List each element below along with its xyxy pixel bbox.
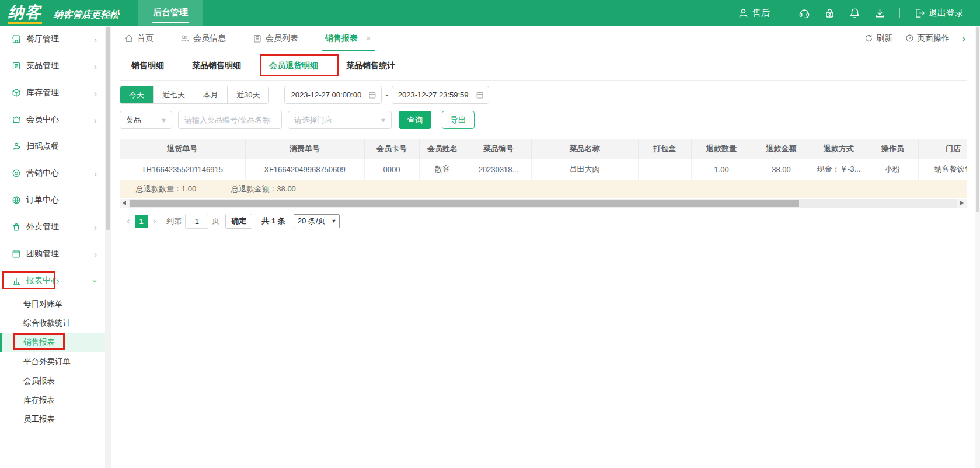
chevron-right-icon: › [94,116,97,124]
sidebar-item-restaurant[interactable]: 餐厅管理 › [0,26,105,53]
query-button[interactable]: 查询 [399,111,431,129]
tab-sales-report[interactable]: 销售报表 × [325,26,371,51]
table-row[interactable]: TH16642355201146915 XF16642049968750609 … [120,159,967,180]
quick-range-7days[interactable]: 近七天 [154,86,194,103]
header-divider [784,8,784,18]
sidebar-item-marketing[interactable]: 营销中心 › [0,160,105,187]
subtab-label: 销售明细 [131,61,164,70]
subtab-label: 菜品销售明细 [192,61,241,70]
logout-button[interactable]: 退出登录 [914,8,964,19]
clipboard-icon [253,34,262,43]
dish-search-input[interactable] [178,111,282,129]
chevron-down-icon: ▼ [380,117,386,124]
sidebar-subitem-platform-takeout[interactable]: 平台外卖订单 [0,352,105,371]
sidebar-subitem-label: 库存报表 [23,395,55,406]
col-dish-code: 菜品编号 [466,139,531,159]
cell-consume-order-no: XF16642049968750609 [245,159,364,180]
sidebar-subitem-daily-bill[interactable]: 每日对账单 [0,294,105,313]
chevron-right-icon: › [94,35,97,44]
tab-member-list[interactable]: 会员列表 [253,26,298,51]
tab-home[interactable]: 首页 [124,26,154,51]
quick-range-month[interactable]: 本月 [194,86,228,103]
store-placeholder: 请选择门店 [294,115,376,125]
calendar-icon [368,91,376,99]
subtab-sales-detail[interactable]: 销售明细 [131,61,164,71]
table-horizontal-scrollbar[interactable] [120,199,967,208]
chevron-right-icon: › [94,89,97,97]
refresh-label: 刷新 [876,33,892,44]
chevron-right-icon[interactable]: › [962,33,965,43]
logout-label: 退出登录 [929,8,964,19]
sidebar-subitem-member-report[interactable]: 会员报表 [0,371,105,390]
lock-icon[interactable] [824,8,835,19]
sidebar-item-label: 外卖管理 [26,222,59,232]
subtab-dish-sales-stats[interactable]: 菜品销售统计 [346,61,395,71]
sidebar-item-members[interactable]: 会员中心 › [0,106,105,133]
scroll-left-arrow[interactable] [120,199,129,208]
tab-label: 会员列表 [266,33,298,44]
sidebar-item-scan-order[interactable]: 扫码点餐 [0,133,105,160]
cell-operator: 小粉 [867,159,918,180]
quick-range-30days[interactable]: 近30天 [228,86,268,103]
sidebar-item-reports[interactable]: 报表中心 › [0,267,105,294]
sidebar-subitem-label: 销售报表 [23,337,55,348]
cell-refund-qty: 1.00 [691,159,752,180]
subtab-label: 会员退货明细 [269,61,318,70]
refresh-button[interactable]: 刷新 [864,33,892,44]
sidebar-subitem-sales-report[interactable]: 销售报表 [0,333,105,352]
qr-scan-icon [12,142,21,151]
page-operations-button[interactable]: 页面操作 [905,33,950,44]
bell-icon[interactable] [849,8,860,19]
horizontal-scrollbar-thumb[interactable] [130,200,799,207]
goto-label: 到第 [166,216,182,226]
total-amount-label: 总退款金额： [231,184,277,193]
sidebar-item-takeout[interactable]: 外卖管理 › [0,214,105,240]
nav-backend-management[interactable]: 后台管理 [138,0,203,26]
page-scrollbar-thumb[interactable] [976,27,979,212]
close-icon[interactable]: × [366,33,371,43]
headset-icon[interactable] [798,7,810,19]
sidebar-item-inventory[interactable]: 库存管理 › [0,79,105,106]
subtab-member-refund-detail[interactable]: 会员退货明细 [269,61,318,71]
cell-refund-method: 现金：￥-3... [811,159,867,180]
export-button[interactable]: 导出 [442,111,475,129]
tab-label: 首页 [137,33,154,44]
cell-dish-name: 吕田大肉 [531,159,638,180]
after-sales-button[interactable]: 售后 [738,8,770,19]
page-number-button[interactable]: 1 [135,215,148,228]
col-refund-order-no: 退货单号 [120,139,245,159]
subtab-dish-sales-detail[interactable]: 菜品销售明细 [192,61,241,71]
sidebar-subitem-label: 每日对账单 [23,299,63,309]
sidebar-subitem-label: 综合收款统计 [23,318,71,329]
sidebar-subitem-staff-report[interactable]: 员工报表 [0,410,105,429]
scroll-right-arrow[interactable] [957,199,967,208]
chevron-right-icon: › [94,62,97,71]
page-size-select[interactable]: 20 条/页 ▼ [294,214,340,228]
sidebar-item-orders[interactable]: 订单中心 [0,187,105,214]
prev-page-icon[interactable]: ‹ [122,215,135,227]
total-qty-label: 总退款数量： [136,184,182,193]
sidebar-subitem-payment-stats[interactable]: 综合收款统计 [0,313,105,333]
sidebar-subitem-inventory-report[interactable]: 库存报表 [0,390,105,410]
sidebar-subitem-label: 员工报表 [23,414,55,425]
goto-page-input[interactable] [185,214,208,229]
col-refund-qty: 退款数量 [691,139,752,159]
date-separator: - [385,90,388,99]
pagination: ‹ 1 › 到第 页 确定 共 1 条 20 条/页 ▼ [120,211,967,232]
sidebar-scrollbar-thumb[interactable] [106,27,110,230]
tab-member-info[interactable]: 会员信息 [180,26,226,51]
confirm-button[interactable]: 确定 [225,214,252,229]
after-sales-label: 售后 [752,8,770,19]
category-select[interactable]: 菜品 ▼ [120,111,172,129]
sidebar-item-dishes[interactable]: 菜品管理 › [0,53,105,79]
date-from-input[interactable]: 2023-12-27 00:00:00 [284,86,382,104]
quick-range-today[interactable]: 今天 [120,86,154,103]
page-scrollbar[interactable] [975,26,980,468]
sidebar-item-group-buy[interactable]: 团购管理 › [0,240,105,267]
download-icon[interactable] [874,8,885,19]
sidebar-scrollbar[interactable] [105,26,111,468]
next-page-icon[interactable]: › [148,215,161,227]
chevron-down-icon: › [91,280,100,282]
date-to-input[interactable]: 2023-12-27 23:59:59 [392,86,489,104]
store-select[interactable]: 请选择门店 ▼ [288,111,392,129]
